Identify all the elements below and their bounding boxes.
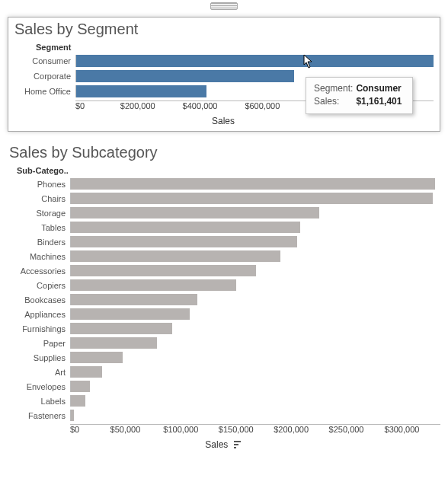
bar-row[interactable]: Fasteners <box>8 408 440 423</box>
category-label: Accessories <box>8 266 70 276</box>
category-label: Fasteners <box>8 411 70 420</box>
bar-row[interactable]: Copiers <box>8 278 440 292</box>
category-label: Furnishings <box>8 324 70 333</box>
x-tick: $250,000 <box>329 425 364 434</box>
bar-row[interactable]: Binders <box>8 234 440 249</box>
category-label: Chairs <box>8 194 70 203</box>
category-label: Bookcases <box>8 295 70 305</box>
x-tick: $200,000 <box>274 425 309 434</box>
drag-handle[interactable] <box>210 2 238 10</box>
sort-descending-icon <box>234 440 243 451</box>
bar-row[interactable]: Labels <box>8 394 440 408</box>
bar-row[interactable]: Bookcases <box>8 292 440 307</box>
chart-title: Sales by Subcategory <box>9 144 440 161</box>
bar-row[interactable]: Furnishings <box>8 321 440 336</box>
chart-title: Sales by Segment <box>14 21 434 38</box>
x-tick: $300,000 <box>385 425 420 434</box>
x-axis-label: Sales <box>8 439 440 451</box>
category-label: Appliances <box>8 310 70 319</box>
bar-row[interactable]: Phones <box>8 177 440 191</box>
x-axis: $0 $50,000 $100,000 $150,000 $200,000 $2… <box>8 424 440 438</box>
y-axis-title: Sub-Catego.. <box>17 166 440 175</box>
category-label: Corporate <box>13 72 75 81</box>
chart-sales-by-subcategory[interactable]: Sales by Subcategory Sub-Catego.. Phones… <box>8 144 440 451</box>
tooltip-sales-value: $1,161,401 <box>356 96 402 107</box>
x-tick: $0 <box>75 101 85 110</box>
category-label: Envelopes <box>8 382 70 391</box>
chart-sales-by-segment[interactable]: Sales by Segment Segment Consumer Corpor… <box>8 17 440 132</box>
category-label: Paper <box>8 339 70 348</box>
bar-row[interactable]: Machines <box>8 249 440 263</box>
bar-row[interactable]: Supplies <box>8 350 440 365</box>
category-label: Consumer <box>13 56 75 65</box>
category-label: Copiers <box>8 281 70 290</box>
category-label: Tables <box>8 223 70 232</box>
bar-row[interactable]: Appliances <box>8 307 440 321</box>
bar-row[interactable]: Paper <box>8 336 440 350</box>
bar-row[interactable]: Envelopes <box>8 379 440 394</box>
x-tick: $50,000 <box>110 425 141 434</box>
x-tick: $200,000 <box>120 101 155 110</box>
category-label: Binders <box>8 238 70 247</box>
svg-rect-2 <box>234 447 236 448</box>
bar-row[interactable]: Accessories <box>8 263 440 278</box>
y-axis-title: Segment <box>36 43 434 52</box>
x-axis-label: Sales <box>13 116 434 126</box>
x-tick: $0 <box>70 425 79 434</box>
tooltip-sales-label: Sales: <box>314 95 356 108</box>
svg-rect-0 <box>234 441 241 442</box>
bar-row-consumer[interactable]: Consumer <box>13 53 434 69</box>
x-tick: $100,000 <box>163 425 198 434</box>
tooltip-segment-value: Consumer <box>356 83 401 94</box>
category-label: Phones <box>8 180 70 189</box>
svg-rect-1 <box>234 444 238 445</box>
bar-row[interactable]: Tables <box>8 220 440 234</box>
tooltip-segment-label: Segment: <box>314 82 356 95</box>
chart-body: Phones Chairs Storage Tables Binders Mac… <box>8 177 440 451</box>
category-label: Supplies <box>8 353 70 362</box>
category-label: Storage <box>8 209 70 218</box>
bar-row[interactable]: Storage <box>8 206 440 220</box>
tooltip: Segment: Consumer Sales: $1,161,401 <box>306 77 413 114</box>
bar-row[interactable]: Chairs <box>8 191 440 206</box>
x-tick: $150,000 <box>219 425 254 434</box>
category-label: Machines <box>8 252 70 261</box>
category-label: Labels <box>8 397 70 406</box>
x-tick: $400,000 <box>183 101 218 110</box>
bar-row[interactable]: Art <box>8 365 440 379</box>
x-tick: $600,000 <box>245 101 280 110</box>
category-label: Art <box>8 368 70 377</box>
category-label: Home Office <box>13 87 75 96</box>
